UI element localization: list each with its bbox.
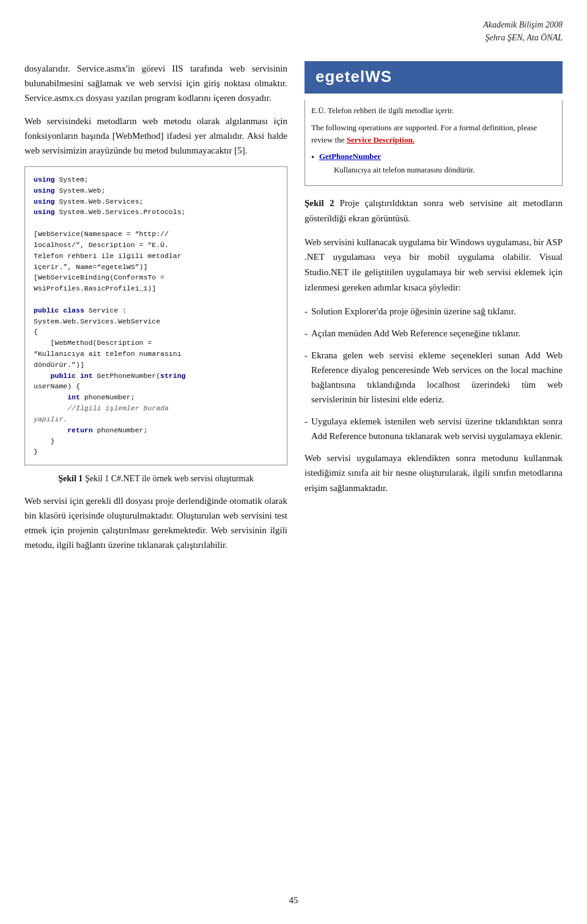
sekil2-rest: Proje çalıştırıldıktan sonra web servisi… <box>305 198 563 223</box>
figure-caption-1: Şekil 1 Şekil 1 C#.NET ile örnek web ser… <box>24 474 287 484</box>
sekil2-bold: Şekil 2 <box>305 198 334 208</box>
dash-item-4-text: Uygulaya eklemek istenilen web servisi ü… <box>311 414 563 443</box>
service-description-link[interactable]: Service Description. <box>347 135 415 144</box>
egetelws-content: E.Ü. Telefon rehberi ile ilgili metodlar… <box>305 100 563 186</box>
dash-item-1-text: Solution Explorer'da proje öğesinin üzer… <box>311 304 516 319</box>
left-para-2: Web servisindeki metodların web metodu o… <box>24 114 287 158</box>
figure-caption-bold: Şekil 1 <box>58 474 83 483</box>
dash-item-4: - Uygulaya eklemek istenilen web servisi… <box>305 414 563 443</box>
egetelws-title: egetelWS <box>316 67 552 86</box>
dash-item-1: - Solution Explorer'da proje öğesinin üz… <box>305 304 563 319</box>
right-para-1: Web servisini kullanacak uygulama bir Wi… <box>305 235 563 295</box>
egetelws-subtitle: E.Ü. Telefon rehberi ile ilgili metodlar… <box>311 105 556 117</box>
dash-item-3-text: Ekrana gelen web servisi ekleme seçenekl… <box>311 348 563 407</box>
left-para-1: dosyalarıdır. Service.asmx'in görevi IIS… <box>24 61 287 105</box>
egetelws-box: egetelWS <box>305 61 563 94</box>
dash-symbol-3: - <box>305 348 308 407</box>
dash-list: - Solution Explorer'da proje öğesinin üz… <box>305 304 563 443</box>
get-phone-number-link[interactable]: GetPhoneNumber <box>319 152 381 161</box>
egetelws-body: The following operations are supported. … <box>311 122 556 176</box>
egetelws-method-item: • GetPhoneNumber Kullanıcıya ait telefon… <box>311 150 556 176</box>
dash-item-2: - Açılan menüden Add Web Reference seçen… <box>305 326 563 341</box>
page-header: Akademik Bilişim 2008 Şehra ŞEN, Ata ÖNA… <box>24 18 563 44</box>
dash-symbol-2: - <box>305 326 308 341</box>
left-column: dosyalarıdır. Service.asmx'in görevi IIS… <box>24 61 287 561</box>
right-column: egetelWS E.Ü. Telefon rehberi ile ilgili… <box>305 61 563 505</box>
right-para-2: Web servisi uygulamaya eklendikten sonra… <box>305 451 563 496</box>
bullet-icon: • <box>311 151 314 176</box>
header-line1: Akademik Bilişim 2008 <box>24 18 563 31</box>
code-block: using System; using System.Web; using Sy… <box>24 166 287 465</box>
dash-symbol-4: - <box>305 414 308 443</box>
page-container: Akademik Bilişim 2008 Şehra ŞEN, Ata ÖNA… <box>0 0 587 924</box>
method-description: Kullanıcıya ait telefon numarasını döndü… <box>334 164 475 176</box>
header-line2: Şehra ŞEN, Ata ÖNAL <box>24 31 563 44</box>
page-number: 45 <box>289 895 298 906</box>
figure-caption-2: Şekil 2 Proje çalıştırıldıktan sonra web… <box>305 196 563 226</box>
left-para-3: Web servisi için gerekli dll dosyası pro… <box>24 493 287 552</box>
dash-item-3: - Ekrana gelen web servisi ekleme seçene… <box>305 348 563 407</box>
main-content: dosyalarıdır. Service.asmx'in görevi IIS… <box>24 61 563 561</box>
dash-item-2-text: Açılan menüden Add Web Reference seçeneğ… <box>311 326 520 341</box>
dash-symbol-1: - <box>305 304 308 319</box>
egetelws-body-text: The following operations are supported. … <box>311 122 556 147</box>
